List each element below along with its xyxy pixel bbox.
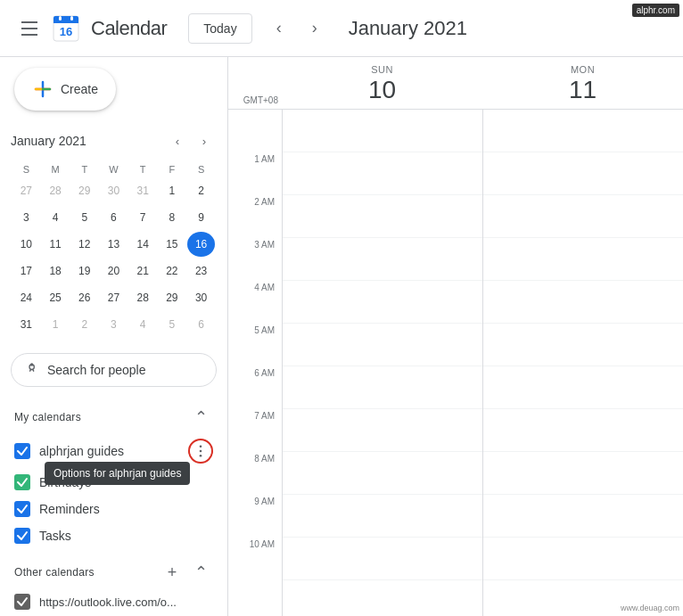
mini-cal-day[interactable]: 5 [159,312,186,337]
mini-cal-day[interactable]: 30 [100,178,128,203]
cal-options-button-alphrjan[interactable] [188,439,213,464]
other-calendars-title: Other calendars [14,566,95,579]
mini-cal-day[interactable]: 18 [42,259,70,283]
mini-cal-day[interactable]: 26 [70,285,98,310]
grid-cell[interactable] [483,366,683,409]
mini-cal-day[interactable]: 7 [129,205,157,230]
mini-cal-day[interactable]: 14 [129,232,157,257]
mini-cal-day[interactable]: 15 [159,232,186,257]
mini-cal-day[interactable]: 29 [70,178,98,203]
grid-cell[interactable] [283,152,482,195]
mini-cal-day[interactable]: 16 [187,232,215,257]
mini-cal-day[interactable]: 28 [129,285,157,310]
grid-cell[interactable] [483,281,683,324]
grid-cell[interactable] [283,452,482,495]
grid-cell[interactable] [483,238,683,281]
mini-cal-day[interactable]: 24 [12,285,40,310]
mini-cal-day[interactable]: 1 [42,312,70,337]
grid-cell[interactable] [283,324,482,366]
grid-cell[interactable] [283,110,482,152]
mini-cal-day[interactable]: 11 [42,232,70,257]
cal-item-reminders[interactable]: Reminders [0,496,227,522]
mini-cal-day[interactable]: 12 [70,232,98,257]
mini-cal-day[interactable]: 30 [187,285,215,310]
svg-rect-3 [53,21,78,23]
mini-cal-day[interactable]: 4 [129,312,157,337]
grid-cell[interactable] [483,152,683,195]
time-labels: 1 AM 2 AM 3 AM 4 AM 5 AM 6 AM 7 AM 8 AM … [228,110,282,616]
mini-cal-day[interactable]: 1 [159,178,186,203]
mini-cal-day[interactable]: 29 [159,285,186,310]
hamburger-button[interactable] [14,14,45,43]
main-layout: Create January 2021 ‹ › S M T [0,57,683,616]
search-people-input[interactable]: Search for people [11,353,217,387]
day-headers: GMT+08 SUN 10 MON 11 [228,57,683,110]
search-people-icon [26,361,40,379]
weekday-wed: W [100,162,128,177]
grid-cell[interactable] [483,195,683,238]
mini-cal-day[interactable]: 23 [187,259,215,283]
my-calendars-collapse[interactable]: ⌃ [188,405,213,430]
mini-cal-day[interactable]: 6 [187,312,215,337]
mini-cal-next[interactable]: › [192,128,217,153]
grid-cell[interactable] [283,281,482,324]
mini-cal-day[interactable]: 2 [187,178,215,203]
cal-label-tasks: Tasks [39,529,213,543]
weekday-thu: T [129,162,157,177]
grid-cell[interactable] [283,238,482,281]
grid-cell[interactable] [283,195,482,238]
mini-cal-day[interactable]: 4 [42,205,70,230]
grid-cell[interactable] [483,324,683,366]
time-5am: 5 AM [228,324,282,366]
grid-cell[interactable] [483,452,683,495]
create-button[interactable]: Create [14,68,116,111]
grid-cell[interactable] [483,538,683,580]
grid-cell[interactable] [283,495,482,538]
cal-item-alphrjan[interactable]: alphrjan guides Options for alphrjan gui… [0,433,227,469]
svg-text:16: 16 [60,25,72,38]
weekday-tue: T [70,162,98,177]
mini-cal-day[interactable]: 3 [100,312,128,337]
mini-cal-day[interactable]: 19 [70,259,98,283]
grid-cell[interactable] [483,409,683,452]
time-grid: 1 AM 2 AM 3 AM 4 AM 5 AM 6 AM 7 AM 8 AM … [228,110,683,616]
grid-cell[interactable] [283,538,482,580]
mini-cal-prev[interactable]: ‹ [165,128,190,153]
mini-cal-day[interactable]: 10 [12,232,40,257]
prev-arrow[interactable]: ‹ [263,12,295,45]
app-title: Calendar [91,17,167,40]
mini-cal-day[interactable]: 27 [100,285,128,310]
time-4am: 4 AM [228,281,282,324]
mini-cal-day[interactable]: 6 [100,205,128,230]
google-calendar-logo: 16 [52,14,80,43]
grid-cell[interactable] [483,495,683,538]
mini-cal-day[interactable]: 22 [159,259,186,283]
mini-cal-day[interactable]: 3 [12,205,40,230]
mini-cal-day[interactable]: 31 [12,312,40,337]
mini-cal-day[interactable]: 21 [129,259,157,283]
cal-item-outlook[interactable]: https://outlook.live.com/o... [0,588,227,615]
add-other-calendar-button[interactable]: + [160,560,185,585]
mini-cal-day[interactable]: 17 [12,259,40,283]
mini-cal-day[interactable]: 5 [70,205,98,230]
other-calendars-collapse[interactable]: ⌃ [188,560,213,585]
weekday-sat: S [187,162,215,177]
grid-cell[interactable] [283,409,482,452]
grid-cell[interactable] [283,366,482,409]
mini-cal-day[interactable]: 28 [42,178,70,203]
mini-cal-day[interactable]: 9 [187,205,215,230]
mini-cal-day[interactable]: 25 [42,285,70,310]
grid-col-mon[interactable] [482,110,683,616]
cal-item-tasks[interactable]: Tasks [0,522,227,549]
grid-cell[interactable] [483,110,683,152]
mini-cal-day[interactable]: 2 [70,312,98,337]
mini-cal-day[interactable]: 27 [12,178,40,203]
mini-cal-day[interactable]: 13 [100,232,128,257]
grid-col-sun[interactable] [282,110,482,616]
next-arrow[interactable]: › [299,12,331,45]
weekday-mon: M [42,162,70,177]
mini-cal-day[interactable]: 31 [129,178,157,203]
mini-cal-day[interactable]: 20 [100,259,128,283]
today-button[interactable]: Today [188,13,251,44]
mini-cal-day[interactable]: 8 [159,205,186,230]
